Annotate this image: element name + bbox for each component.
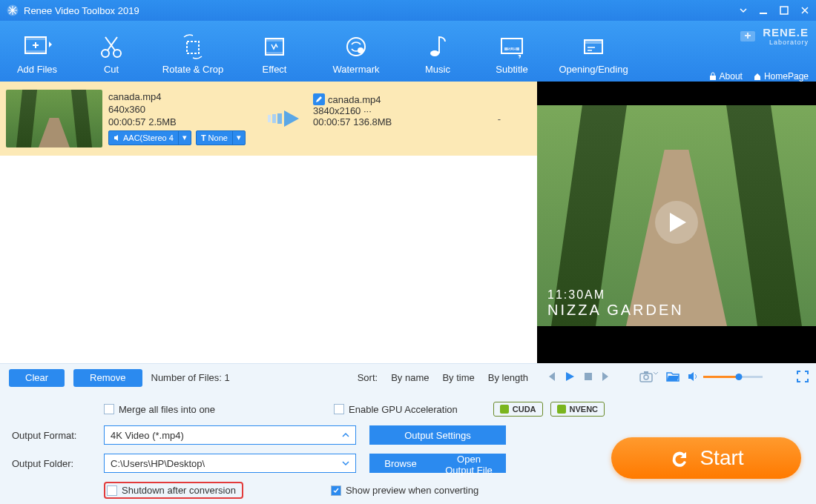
watermark-button[interactable]: Watermark xyxy=(312,28,401,75)
svg-rect-23 xyxy=(268,115,271,122)
toolbar-label: Add Files xyxy=(0,64,74,75)
dest-resolution: 3840x2160 ··· xyxy=(313,105,461,116)
toolbar-label: Effect xyxy=(237,64,312,75)
close-button[interactable] xyxy=(800,5,810,16)
dest-filename: canada.mp4 xyxy=(328,94,381,105)
remove-button[interactable]: Remove xyxy=(73,369,142,387)
output-settings-button[interactable]: Output Settings xyxy=(369,425,506,445)
svg-rect-1 xyxy=(760,13,767,14)
home-icon xyxy=(753,72,762,81)
svg-rect-10 xyxy=(266,39,283,42)
rotate-crop-button[interactable]: Rotate & Crop xyxy=(148,28,237,75)
audio-codec-pill[interactable]: AAC(Stereo 4▾ xyxy=(108,130,191,145)
fullscreen-button[interactable] xyxy=(797,371,809,382)
music-button[interactable]: Music xyxy=(401,28,475,75)
clear-button[interactable]: Clear xyxy=(9,369,65,387)
toolbar-label: Opening/Ending xyxy=(549,64,638,75)
nvenc-badge: NVENC xyxy=(550,402,605,417)
subtitle-track-pill[interactable]: TNone▾ xyxy=(196,130,246,145)
app-title: Renee Video Toolbox 2019 xyxy=(24,5,139,16)
toolbar-label: Subtitle xyxy=(475,64,549,75)
arrow-icon xyxy=(263,107,307,130)
edit-icon[interactable] xyxy=(313,93,325,105)
toolbar-label: Cut xyxy=(74,64,148,75)
svg-point-6 xyxy=(102,50,109,57)
play-button[interactable] xyxy=(564,371,576,382)
dropdown-icon[interactable] xyxy=(739,6,748,15)
brand-name: RENE.E xyxy=(763,26,809,39)
opening-ending-button[interactable]: Opening/Ending xyxy=(549,28,638,75)
brand-sub: Laboratory xyxy=(763,39,809,46)
minimize-button[interactable] xyxy=(758,5,769,16)
svg-point-7 xyxy=(113,50,121,57)
svg-rect-15 xyxy=(501,39,522,53)
cut-icon xyxy=(74,33,148,61)
shutdown-checkbox[interactable]: Shutdown after conversion xyxy=(107,485,236,496)
brand-logo-icon xyxy=(737,25,758,46)
svg-rect-24 xyxy=(272,114,276,123)
homepage-link[interactable]: HomePage xyxy=(753,71,809,82)
shutdown-highlight: Shutdown after conversion xyxy=(104,482,243,499)
sort-by-name[interactable]: By name xyxy=(391,372,429,383)
source-info: canada.mp4 640x360 00:00:57 2.5MB AAC(St… xyxy=(108,90,257,148)
chevron-down-icon xyxy=(342,458,349,469)
preview-panel: 11:30AM NIZZA GARDEN xyxy=(537,82,816,363)
play-overlay-button[interactable] xyxy=(655,201,698,244)
svg-rect-20 xyxy=(585,40,602,44)
app-logo-icon xyxy=(6,4,19,17)
chevron-down-icon: ▾ xyxy=(233,133,245,142)
file-thumbnail xyxy=(6,90,102,147)
browse-button[interactable]: Browse xyxy=(369,454,432,473)
refresh-icon xyxy=(668,447,691,469)
open-output-button[interactable]: Open Output File xyxy=(432,454,506,473)
output-folder-select[interactable]: C:\Users\HP\Desktop\ xyxy=(104,454,356,473)
file-row[interactable]: canada.mp4 640x360 00:00:57 2.5MB AAC(St… xyxy=(0,82,537,156)
about-link[interactable]: About xyxy=(708,71,743,82)
output-format-label: Output Format: xyxy=(12,430,104,441)
volume-slider[interactable] xyxy=(703,376,763,378)
cut-button[interactable]: Cut xyxy=(74,28,148,75)
sort-label: Sort: xyxy=(358,372,378,383)
effect-icon xyxy=(237,33,312,61)
text-icon: T xyxy=(201,133,206,142)
volume-button[interactable] xyxy=(687,371,699,382)
nvidia-icon xyxy=(500,405,509,414)
output-folder-label: Output Folder: xyxy=(12,458,104,469)
video-overlay-text: 11:30AM NIZZA GARDEN xyxy=(547,288,684,319)
start-button[interactable]: Start xyxy=(611,437,801,479)
toolbar: Add Files Cut Rotate & Crop Effect Water… xyxy=(0,21,816,82)
svg-rect-4 xyxy=(25,37,46,40)
gpu-checkbox[interactable]: Enable GPU Acceleration xyxy=(334,404,458,415)
stop-button[interactable] xyxy=(583,371,593,382)
brand-area: RENE.E Laboratory About HomePage xyxy=(708,25,809,82)
output-format-select[interactable]: 4K Video (*.mp4) xyxy=(104,425,356,445)
dest-duration-size: 00:00:57 136.8MB xyxy=(313,116,461,127)
speaker-icon xyxy=(113,134,121,142)
next-button[interactable] xyxy=(601,371,613,382)
add-files-icon xyxy=(0,33,74,61)
add-files-button[interactable]: Add Files xyxy=(0,28,74,75)
subtitle-icon: SUBT xyxy=(475,33,549,61)
svg-rect-25 xyxy=(277,113,282,124)
svg-rect-8 xyxy=(187,42,199,53)
cuda-badge: CUDA xyxy=(493,402,543,417)
file-count-label: Number of Files: 1 xyxy=(151,372,230,383)
toolbar-label: Watermark xyxy=(312,64,401,75)
source-duration-size: 00:00:57 2.5MB xyxy=(108,116,257,127)
svg-rect-29 xyxy=(644,371,648,374)
toolbar-label: Rotate & Crop xyxy=(148,64,237,75)
open-folder-button[interactable] xyxy=(666,371,680,382)
effect-button[interactable]: Effect xyxy=(237,28,312,75)
show-preview-checkbox[interactable]: Show preview when converting xyxy=(331,485,478,496)
svg-rect-5 xyxy=(25,50,46,53)
sort-by-length[interactable]: By length xyxy=(488,372,528,383)
svg-point-14 xyxy=(430,50,439,56)
prev-button[interactable] xyxy=(544,371,556,382)
snapshot-button[interactable] xyxy=(639,371,659,382)
subtitle-button[interactable]: SUBT Subtitle xyxy=(475,28,549,75)
sort-by-time[interactable]: By time xyxy=(442,372,474,383)
maximize-button[interactable] xyxy=(779,5,789,16)
preview-video: 11:30AM NIZZA GARDEN xyxy=(537,82,816,363)
svg-point-28 xyxy=(644,375,648,379)
merge-checkbox[interactable]: Merge all files into one xyxy=(104,404,215,415)
